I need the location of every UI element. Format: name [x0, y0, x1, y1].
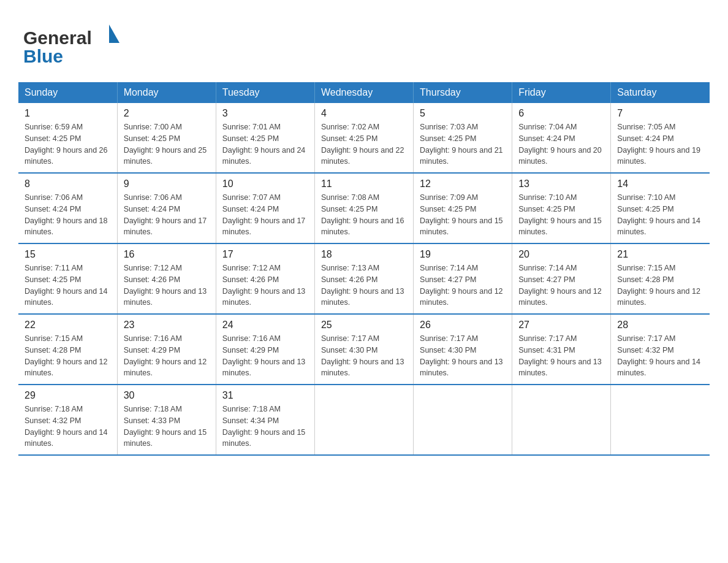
calendar-cell: 26Sunrise: 7:17 AMSunset: 4:30 PMDayligh… — [414, 314, 512, 385]
day-number: 23 — [124, 320, 210, 331]
day-info: Sunrise: 7:12 AMSunset: 4:26 PMDaylight:… — [124, 262, 210, 308]
day-info: Sunrise: 7:17 AMSunset: 4:30 PMDaylight:… — [420, 333, 506, 379]
calendar-cell — [611, 385, 710, 455]
weekday-header-sunday: Sunday — [18, 82, 117, 103]
logo: General Blue — [18, 18, 132, 70]
day-number: 14 — [617, 178, 703, 190]
calendar-cell: 6Sunrise: 7:04 AMSunset: 4:24 PMDaylight… — [512, 103, 611, 173]
svg-marker-1 — [109, 25, 119, 43]
day-info: Sunrise: 7:16 AMSunset: 4:29 PMDaylight:… — [124, 333, 210, 379]
weekday-header-tuesday: Tuesday — [216, 82, 314, 103]
calendar-cell — [414, 385, 512, 455]
day-info: Sunrise: 7:01 AMSunset: 4:25 PMDaylight:… — [222, 121, 308, 167]
day-info: Sunrise: 7:14 AMSunset: 4:27 PMDaylight:… — [518, 262, 604, 308]
calendar-cell — [314, 385, 413, 455]
day-info: Sunrise: 7:15 AMSunset: 4:28 PMDaylight:… — [25, 333, 111, 379]
weekday-header-monday: Monday — [117, 82, 216, 103]
day-info: Sunrise: 7:12 AMSunset: 4:26 PMDaylight:… — [222, 262, 308, 308]
day-info: Sunrise: 7:09 AMSunset: 4:25 PMDaylight:… — [420, 192, 506, 238]
calendar-cell: 29Sunrise: 7:18 AMSunset: 4:32 PMDayligh… — [18, 385, 117, 455]
day-info: Sunrise: 7:10 AMSunset: 4:25 PMDaylight:… — [617, 192, 703, 238]
svg-text:Blue: Blue — [23, 46, 63, 66]
calendar-cell: 7Sunrise: 7:05 AMSunset: 4:24 PMDaylight… — [611, 103, 710, 173]
calendar-cell: 24Sunrise: 7:16 AMSunset: 4:29 PMDayligh… — [216, 314, 314, 385]
day-number: 12 — [420, 178, 506, 190]
day-number: 11 — [321, 178, 407, 190]
day-number: 30 — [124, 390, 210, 401]
calendar-cell: 2Sunrise: 7:00 AMSunset: 4:25 PMDaylight… — [117, 103, 216, 173]
calendar-week-row: 15Sunrise: 7:11 AMSunset: 4:25 PMDayligh… — [18, 243, 710, 314]
calendar-cell: 5Sunrise: 7:03 AMSunset: 4:25 PMDaylight… — [414, 103, 512, 173]
day-info: Sunrise: 7:18 AMSunset: 4:34 PMDaylight:… — [222, 404, 308, 450]
day-number: 26 — [420, 320, 506, 331]
calendar-table: SundayMondayTuesdayWednesdayThursdayFrid… — [18, 82, 710, 456]
weekday-header-friday: Friday — [512, 82, 611, 103]
calendar-cell: 4Sunrise: 7:02 AMSunset: 4:25 PMDaylight… — [314, 103, 413, 173]
day-info: Sunrise: 7:03 AMSunset: 4:25 PMDaylight:… — [420, 121, 506, 167]
calendar-cell: 11Sunrise: 7:08 AMSunset: 4:25 PMDayligh… — [314, 173, 413, 243]
day-number: 1 — [25, 108, 111, 119]
calendar-week-row: 29Sunrise: 7:18 AMSunset: 4:32 PMDayligh… — [18, 385, 710, 455]
day-info: Sunrise: 7:17 AMSunset: 4:32 PMDaylight:… — [617, 333, 703, 379]
calendar-cell: 21Sunrise: 7:15 AMSunset: 4:28 PMDayligh… — [611, 243, 710, 314]
day-info: Sunrise: 7:06 AMSunset: 4:24 PMDaylight:… — [25, 192, 111, 238]
day-number: 15 — [25, 249, 111, 260]
calendar-cell: 20Sunrise: 7:14 AMSunset: 4:27 PMDayligh… — [512, 243, 611, 314]
day-number: 7 — [617, 108, 703, 119]
calendar-cell: 30Sunrise: 7:18 AMSunset: 4:33 PMDayligh… — [117, 385, 216, 455]
calendar-cell: 8Sunrise: 7:06 AMSunset: 4:24 PMDaylight… — [18, 173, 117, 243]
day-info: Sunrise: 7:07 AMSunset: 4:24 PMDaylight:… — [222, 192, 308, 238]
day-number: 21 — [617, 249, 703, 260]
svg-text:General: General — [23, 28, 92, 48]
day-number: 2 — [124, 108, 210, 119]
weekday-header-row: SundayMondayTuesdayWednesdayThursdayFrid… — [18, 82, 710, 103]
day-info: Sunrise: 7:15 AMSunset: 4:28 PMDaylight:… — [617, 262, 703, 308]
calendar-cell: 17Sunrise: 7:12 AMSunset: 4:26 PMDayligh… — [216, 243, 314, 314]
calendar-cell: 23Sunrise: 7:16 AMSunset: 4:29 PMDayligh… — [117, 314, 216, 385]
day-info: Sunrise: 7:08 AMSunset: 4:25 PMDaylight:… — [321, 192, 407, 238]
day-number: 31 — [222, 390, 308, 401]
day-number: 9 — [124, 178, 210, 190]
calendar-cell: 25Sunrise: 7:17 AMSunset: 4:30 PMDayligh… — [314, 314, 413, 385]
day-info: Sunrise: 7:04 AMSunset: 4:24 PMDaylight:… — [518, 121, 604, 167]
day-info: Sunrise: 7:14 AMSunset: 4:27 PMDaylight:… — [420, 262, 506, 308]
day-info: Sunrise: 7:16 AMSunset: 4:29 PMDaylight:… — [222, 333, 308, 379]
calendar-cell: 19Sunrise: 7:14 AMSunset: 4:27 PMDayligh… — [414, 243, 512, 314]
day-info: Sunrise: 7:17 AMSunset: 4:31 PMDaylight:… — [518, 333, 604, 379]
calendar-week-row: 22Sunrise: 7:15 AMSunset: 4:28 PMDayligh… — [18, 314, 710, 385]
day-info: Sunrise: 7:10 AMSunset: 4:25 PMDaylight:… — [518, 192, 604, 238]
day-number: 10 — [222, 178, 308, 190]
calendar-cell: 14Sunrise: 7:10 AMSunset: 4:25 PMDayligh… — [611, 173, 710, 243]
calendar-cell: 13Sunrise: 7:10 AMSunset: 4:25 PMDayligh… — [512, 173, 611, 243]
calendar-cell: 15Sunrise: 7:11 AMSunset: 4:25 PMDayligh… — [18, 243, 117, 314]
day-number: 29 — [25, 390, 111, 401]
weekday-header-wednesday: Wednesday — [314, 82, 413, 103]
day-number: 28 — [617, 320, 703, 331]
day-info: Sunrise: 7:13 AMSunset: 4:26 PMDaylight:… — [321, 262, 407, 308]
day-number: 6 — [518, 108, 604, 119]
day-info: Sunrise: 7:17 AMSunset: 4:30 PMDaylight:… — [321, 333, 407, 379]
day-number: 20 — [518, 249, 604, 260]
day-info: Sunrise: 7:00 AMSunset: 4:25 PMDaylight:… — [124, 121, 210, 167]
calendar-cell: 10Sunrise: 7:07 AMSunset: 4:24 PMDayligh… — [216, 173, 314, 243]
calendar-cell: 18Sunrise: 7:13 AMSunset: 4:26 PMDayligh… — [314, 243, 413, 314]
day-number: 17 — [222, 249, 308, 260]
calendar-cell: 1Sunrise: 6:59 AMSunset: 4:25 PMDaylight… — [18, 103, 117, 173]
calendar-week-row: 1Sunrise: 6:59 AMSunset: 4:25 PMDaylight… — [18, 103, 710, 173]
day-info: Sunrise: 7:05 AMSunset: 4:24 PMDaylight:… — [617, 121, 703, 167]
day-number: 5 — [420, 108, 506, 119]
day-number: 25 — [321, 320, 407, 331]
day-info: Sunrise: 7:18 AMSunset: 4:32 PMDaylight:… — [25, 404, 111, 450]
weekday-header-thursday: Thursday — [414, 82, 512, 103]
calendar-cell: 28Sunrise: 7:17 AMSunset: 4:32 PMDayligh… — [611, 314, 710, 385]
day-number: 4 — [321, 108, 407, 119]
day-info: Sunrise: 7:06 AMSunset: 4:24 PMDaylight:… — [124, 192, 210, 238]
calendar-cell: 3Sunrise: 7:01 AMSunset: 4:25 PMDaylight… — [216, 103, 314, 173]
day-number: 3 — [222, 108, 308, 119]
calendar-cell — [512, 385, 611, 455]
calendar-cell: 22Sunrise: 7:15 AMSunset: 4:28 PMDayligh… — [18, 314, 117, 385]
day-number: 18 — [321, 249, 407, 260]
page-header: General Blue — [18, 12, 710, 70]
day-number: 13 — [518, 178, 604, 190]
day-number: 19 — [420, 249, 506, 260]
